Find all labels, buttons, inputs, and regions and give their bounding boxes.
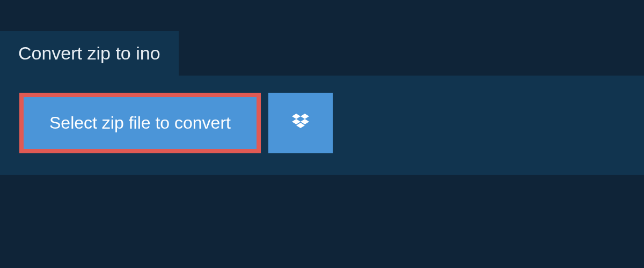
dropbox-button[interactable] [268, 93, 333, 153]
select-file-label: Select zip file to convert [49, 113, 231, 133]
page-title-tab: Convert zip to ino [0, 31, 179, 76]
select-file-button[interactable]: Select zip file to convert [19, 93, 261, 153]
page-title: Convert zip to ino [18, 43, 160, 63]
action-panel: Select zip file to convert [0, 76, 644, 175]
dropbox-icon [290, 111, 311, 135]
